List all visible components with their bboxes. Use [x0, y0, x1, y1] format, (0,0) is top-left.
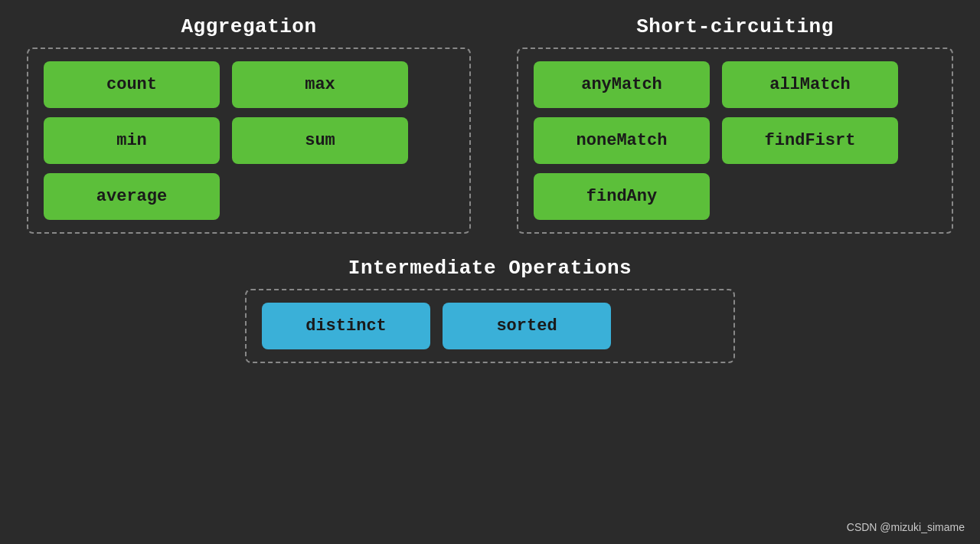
- btn-min[interactable]: min: [44, 117, 220, 164]
- btn-nonematch[interactable]: noneMatch: [534, 117, 710, 164]
- aggregation-section: Aggregation count max min sum average: [27, 15, 471, 234]
- aggregation-row-2: average: [44, 173, 454, 220]
- top-row: Aggregation count max min sum average: [31, 15, 949, 234]
- btn-sorted[interactable]: sorted: [443, 303, 611, 349]
- shortcircuiting-row-0: anyMatch allMatch: [534, 61, 936, 108]
- btn-findfisrt[interactable]: findFisrt: [722, 117, 898, 164]
- btn-count[interactable]: count: [44, 61, 220, 108]
- intermediate-box: distinct sorted: [245, 289, 735, 363]
- aggregation-box: count max min sum average: [27, 48, 471, 234]
- btn-allmatch[interactable]: allMatch: [722, 61, 898, 108]
- btn-average[interactable]: average: [44, 173, 220, 220]
- btn-findany[interactable]: findAny: [534, 173, 710, 220]
- aggregation-row-0: count max: [44, 61, 454, 108]
- btn-sum[interactable]: sum: [232, 117, 408, 164]
- intermediate-title: Intermediate Operations: [348, 257, 632, 280]
- btn-max[interactable]: max: [232, 61, 408, 108]
- shortcircuiting-section: Short-circuiting anyMatch allMatch noneM…: [517, 15, 953, 234]
- aggregation-title: Aggregation: [181, 15, 316, 38]
- main-container: Aggregation count max min sum average: [0, 0, 980, 544]
- btn-anymatch[interactable]: anyMatch: [534, 61, 710, 108]
- watermark: CSDN @mizuki_simame: [847, 521, 965, 533]
- shortcircuiting-box: anyMatch allMatch noneMatch findFisrt fi…: [517, 48, 953, 234]
- shortcircuiting-title: Short-circuiting: [636, 15, 834, 38]
- shortcircuiting-row-1: noneMatch findFisrt: [534, 117, 936, 164]
- aggregation-row-1: min sum: [44, 117, 454, 164]
- btn-distinct[interactable]: distinct: [262, 303, 430, 349]
- intermediate-section: Intermediate Operations distinct sorted: [245, 257, 735, 363]
- intermediate-row-0: distinct sorted: [262, 303, 718, 349]
- shortcircuiting-row-2: findAny: [534, 173, 936, 220]
